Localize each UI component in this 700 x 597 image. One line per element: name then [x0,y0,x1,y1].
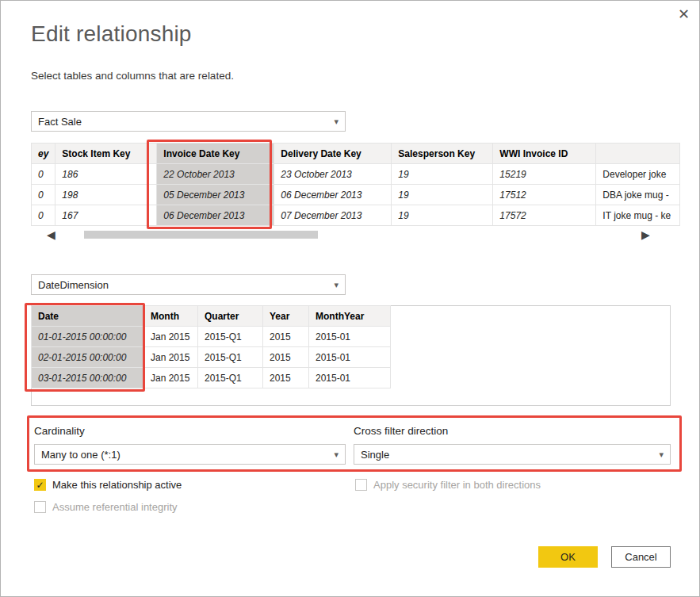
security-filter-checkbox [355,479,367,491]
check-icon: ✓ [36,480,44,490]
fact-table-header-row: ey Stock Item Key Invoice Date Key Deliv… [32,144,680,164]
cell: 2015-Q1 [198,327,263,347]
page-title: Edit relationship [31,21,192,47]
table-row: 0 167 06 December 2013 07 December 2013 … [32,205,680,226]
cell: 07 December 2013 [274,205,392,226]
active-relationship-checkbox-label: Make this relationship active [52,479,182,491]
cell: 2015-01 [309,327,391,347]
dialog-subtitle: Select tables and columns that are relat… [31,70,234,82]
cardinality-label: Cardinality [34,425,85,437]
cell: 2015-Q1 [198,347,263,368]
fact-table-dropdown-value: Fact Sale [38,116,82,128]
cell: 0 [32,185,55,205]
dimension-table-dropdown[interactable]: DateDimension ▾ [31,274,346,295]
cell: 2015-Q1 [198,368,263,388]
active-relationship-row: ✓ Make this relationship active [34,479,182,491]
cancel-button[interactable]: Cancel [611,546,671,568]
cell: 23 October 2013 [274,164,392,185]
column-header-date[interactable]: Date [32,306,144,327]
cell: 05 December 2013 [157,185,274,205]
horizontal-scrollbar[interactable]: ◀ ▶ [31,228,671,242]
referential-integrity-row: Assume referential integrity [34,501,178,513]
column-header-monthyear[interactable]: MonthYear [309,306,391,327]
cell: 06 December 2013 [274,185,392,205]
column-header-key[interactable]: ey [32,144,55,164]
column-header-delivery-date-key[interactable]: Delivery Date Key [274,144,392,164]
cell: 2015 [263,347,309,368]
chevron-down-icon: ▾ [334,450,339,460]
cross-filter-dropdown-value: Single [361,449,389,461]
chevron-down-icon: ▾ [334,117,339,127]
cross-filter-dropdown[interactable]: Single ▾ [354,444,671,465]
column-header-stock-item-key[interactable]: Stock Item Key [55,144,157,164]
security-filter-checkbox-label: Apply security filter in both directions [373,479,541,491]
scroll-left-icon[interactable]: ◀ [47,228,55,242]
table-row: 03-01-2015 00:00:00 Jan 2015 2015-Q1 201… [32,368,391,388]
column-header-month[interactable]: Month [144,306,198,327]
cell: 17572 [493,205,596,226]
cell: 2015 [263,368,309,388]
referential-integrity-checkbox-label: Assume referential integrity [52,501,178,513]
fact-table-preview: ey Stock Item Key Invoice Date Key Deliv… [31,143,680,226]
chevron-down-icon: ▾ [334,280,339,290]
column-header-salesperson-key[interactable]: Salesperson Key [392,144,493,164]
dimension-table-preview: Date Month Quarter Year MonthYear 01-01-… [31,305,671,406]
cell: 06 December 2013 [157,205,274,226]
cell: 186 [55,164,157,185]
cell: 0 [32,164,55,185]
cell: 0 [32,205,55,226]
column-header-wwi-invoice-id[interactable]: WWI Invoice ID [493,144,596,164]
cross-filter-label: Cross filter direction [354,425,448,437]
cell: 19 [392,205,493,226]
column-header-invoice-date-key[interactable]: Invoice Date Key [157,144,274,164]
cell: 03-01-2015 00:00:00 [32,368,144,388]
cell: 22 October 2013 [157,164,274,185]
cell: 2015 [263,327,309,347]
column-header-quarter[interactable]: Quarter [198,306,263,327]
cell: 01-01-2015 00:00:00 [32,327,144,347]
active-relationship-checkbox[interactable]: ✓ [34,479,46,491]
cell: 19 [392,164,493,185]
cell: 19 [392,185,493,205]
table-row: 0 198 05 December 2013 06 December 2013 … [32,185,680,205]
cell: 15219 [493,164,596,185]
cell: Jan 2015 [144,327,198,347]
cell: 02-01-2015 00:00:00 [32,347,144,368]
ok-button[interactable]: OK [538,546,598,568]
cell: 198 [55,185,157,205]
column-header-year[interactable]: Year [263,306,309,327]
close-icon[interactable]: ✕ [678,7,690,21]
dimension-table-header-row: Date Month Quarter Year MonthYear [32,306,391,327]
column-header-description[interactable] [596,144,680,164]
cell: IT joke mug - ke [596,205,680,226]
cell: 167 [55,205,157,226]
cardinality-dropdown-value: Many to one (*:1) [41,449,120,461]
cell: 2015-01 [309,368,391,388]
cardinality-dropdown[interactable]: Many to one (*:1) ▾ [34,444,346,465]
cell: 2015-01 [309,347,391,368]
referential-integrity-checkbox [34,501,46,513]
cell: Developer joke [596,164,680,185]
table-row: 02-01-2015 00:00:00 Jan 2015 2015-Q1 201… [32,347,391,368]
security-filter-row: Apply security filter in both directions [355,479,541,491]
dimension-table-dropdown-value: DateDimension [38,279,109,291]
fact-table-dropdown[interactable]: Fact Sale ▾ [31,111,346,132]
cell: Jan 2015 [144,368,198,388]
edit-relationship-dialog: ✕ Edit relationship Select tables and co… [0,0,700,597]
table-row: 0 186 22 October 2013 23 October 2013 19… [32,164,680,185]
scroll-right-icon[interactable]: ▶ [641,228,650,242]
cell: DBA joke mug - [596,185,680,205]
table-row: 01-01-2015 00:00:00 Jan 2015 2015-Q1 201… [32,327,391,347]
scrollbar-thumb[interactable] [84,231,318,239]
chevron-down-icon: ▾ [659,450,664,460]
cell: 17512 [493,185,596,205]
cell: Jan 2015 [144,347,198,368]
